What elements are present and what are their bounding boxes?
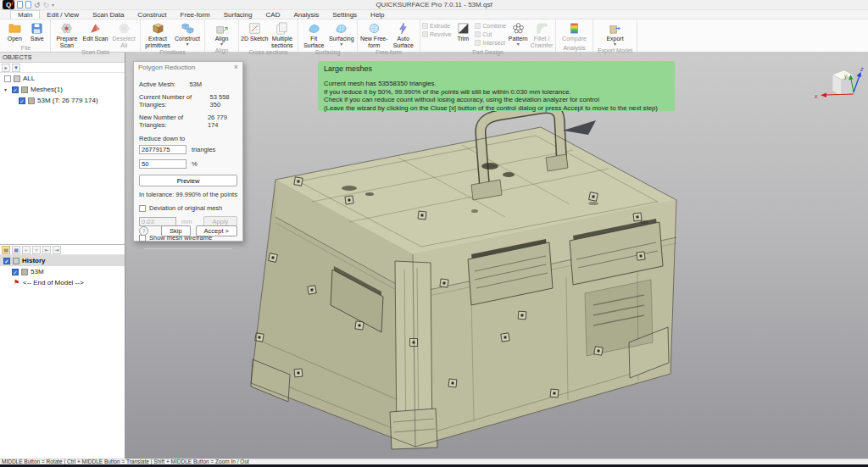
auto-surface-button[interactable]: Auto Surface <box>389 19 419 48</box>
save-button[interactable]: Save <box>26 19 49 42</box>
extrude-button[interactable]: Extrude <box>422 22 451 30</box>
compare-button[interactable]: Compare <box>559 19 589 42</box>
history-row-53m[interactable]: ✓ 53M <box>0 266 125 277</box>
close-icon[interactable]: × <box>234 64 238 71</box>
info-line: If you reduce it by 50%, 99.990% of the … <box>324 88 669 97</box>
expand-all-icon[interactable]: ▸ <box>2 64 10 72</box>
open-button[interactable]: Open <box>3 19 26 42</box>
checkbox-history-53m[interactable]: ✓ <box>12 269 19 275</box>
menu-help[interactable]: Help <box>364 10 391 19</box>
toolbox-mesh <box>251 108 676 449</box>
ribbon-group-align: Align ▾ Align <box>205 19 239 52</box>
open-file-icon[interactable] <box>17 1 23 8</box>
intersect-button[interactable]: Intersect <box>475 39 506 47</box>
construct-button[interactable]: Construct ▾ <box>173 19 203 47</box>
edit-scan-button[interactable]: Edit Scan <box>81 19 110 42</box>
tree-row-all[interactable]: ALL <box>0 73 125 84</box>
history-tree-view-icon[interactable]: ▦ <box>12 246 20 254</box>
new-free-form-button[interactable]: New Free-form <box>359 19 389 48</box>
combine-button[interactable]: Combine <box>475 22 506 30</box>
surface-grid-icon <box>335 21 348 35</box>
preview-button[interactable]: Preview <box>139 175 237 186</box>
dialog-title: Polygon Reduction <box>138 64 195 71</box>
2d-sketch-button[interactable]: 2D Sketch <box>241 19 269 42</box>
z-axis-label: z <box>860 66 864 72</box>
group-label-part-design: Part Design <box>422 48 554 56</box>
menu-surfacing[interactable]: Surfacing <box>217 10 259 19</box>
3d-viewport[interactable]: x z y Large meshes Current mesh has 5355… <box>125 53 868 459</box>
accept-button[interactable]: Accept > <box>196 225 237 236</box>
revolve-button[interactable]: Revolve <box>422 31 451 38</box>
undo-icon[interactable]: ↺ <box>34 1 41 9</box>
triangles-unit-label: triangles <box>192 146 237 153</box>
ribbon-group-analysis: Compare Analysis <box>556 19 593 52</box>
deselect-all-button[interactable]: Deselect All <box>109 19 138 48</box>
triangles-input[interactable] <box>139 145 186 154</box>
extract-primitives-button[interactable]: Extract primitives <box>143 19 173 48</box>
menu-free-form[interactable]: Free-form <box>174 10 217 19</box>
history-expand-icon[interactable]: ▸ <box>22 246 31 254</box>
trim-button[interactable]: Trim <box>451 19 475 42</box>
save-file-icon[interactable] <box>25 1 31 8</box>
menu-edit-view[interactable]: Edit / View <box>40 10 86 19</box>
align-button[interactable]: Align ▾ <box>207 19 236 47</box>
title-bar: Q/ ↺ ↻ ▾ QUICKSURFACE Pro 7.0.11 - 53M.q… <box>0 0 868 10</box>
export-icon <box>609 21 622 35</box>
menu-settings[interactable]: Settings <box>326 10 364 19</box>
menu-scan-data[interactable]: Scan Data <box>86 10 131 19</box>
percent-input[interactable] <box>139 159 186 169</box>
help-icon[interactable]: ? <box>139 226 148 236</box>
history-list-view-icon[interactable]: ▤ <box>2 246 10 254</box>
history-collapse-icon[interactable]: ▾ <box>32 246 41 254</box>
history-row-end-of-model[interactable]: ⚑ <-- End of Model --> <box>0 277 125 288</box>
quicksurface-window: Q/ ↺ ↻ ▾ QUICKSURFACE Pro 7.0.11 - 53M.q… <box>0 0 868 467</box>
ribbon-group-export-model: Export ▾ Export Model <box>593 19 637 52</box>
tree-row-53m[interactable]: ✓ 53M (T: 26 779 174) <box>0 95 125 106</box>
checkbox-all[interactable] <box>4 75 11 82</box>
pattern-flower-icon <box>511 21 525 35</box>
ribbon: Open Save File Prepare Scan Edit Scan <box>0 19 868 53</box>
surfacing-button[interactable]: Surfacing ▾ <box>328 19 356 47</box>
chevron-down-icon: ▾ <box>517 42 520 47</box>
tree-row-meshes[interactable]: ▾ ✓ Meshes(1) <box>0 84 125 95</box>
quick-access-dropdown-icon[interactable]: ▾ <box>52 1 54 9</box>
export-button[interactable]: Export ▾ <box>600 19 630 47</box>
skip-button[interactable]: Skip <box>161 225 191 236</box>
freeform-sphere-icon <box>367 21 381 35</box>
menu-main[interactable]: Main <box>10 10 40 19</box>
ribbon-group-part-design: Extrude Revolve Trim Combine Cut Interse… <box>420 19 556 52</box>
menu-cad[interactable]: CAD <box>259 10 287 19</box>
chevron-down-icon: ▾ <box>186 42 188 47</box>
history-go-start-icon[interactable]: ⇤ <box>42 246 51 254</box>
ribbon-group-scan-data: Prepare Scan Edit Scan Deselect All Scan… <box>51 19 141 52</box>
orientation-triad[interactable]: x z y <box>814 64 865 108</box>
pattern-button[interactable]: Pattern ▾ <box>506 19 530 47</box>
redo-icon[interactable]: ↻ <box>43 1 50 9</box>
history-go-end-icon[interactable]: ⇥ <box>53 246 61 254</box>
objects-toolbar: ▸ ▼ <box>0 63 125 73</box>
trim-icon <box>456 21 470 35</box>
deviation-tolerance-input[interactable] <box>139 217 176 226</box>
fit-surface-button[interactable]: Fit Surface <box>300 19 328 48</box>
info-line: (Leave the wizard by clicking on the Clo… <box>324 104 669 113</box>
checkbox-53m[interactable]: ✓ <box>19 97 25 104</box>
deviation-checkbox[interactable] <box>139 205 146 212</box>
tree-collapse-icon[interactable]: ▾ <box>4 86 9 92</box>
menu-analysis[interactable]: Analysis <box>287 10 326 19</box>
main-area: OBJECTS ▸ ▼ ALL ▾ ✓ Meshes(1) ✓ 53M (T: … <box>0 53 868 459</box>
group-label-free-form: Free-form <box>359 48 418 56</box>
filter-icon[interactable]: ▼ <box>12 64 20 72</box>
prepare-scan-button[interactable]: Prepare Scan <box>53 19 81 48</box>
checkbox-history[interactable]: ✓ <box>3 258 10 264</box>
fillet-chamfer-button[interactable]: Fillet / Chamfer <box>530 19 554 48</box>
menu-construct[interactable]: Construct <box>131 10 173 19</box>
checkbox-meshes[interactable]: ✓ <box>12 86 19 93</box>
x-axis-arrow-icon <box>821 93 826 98</box>
multiple-sections-button[interactable]: Multiple sections <box>269 19 297 48</box>
group-label-primitives: Primitives <box>142 48 203 56</box>
cut-icon <box>475 31 481 37</box>
left-panel: OBJECTS ▸ ▼ ALL ▾ ✓ Meshes(1) ✓ 53M (T: … <box>0 53 125 459</box>
group-label-export-model: Export Model <box>595 47 635 54</box>
cut-button[interactable]: Cut <box>475 31 506 38</box>
history-header-row[interactable]: ✓ History <box>0 255 125 266</box>
